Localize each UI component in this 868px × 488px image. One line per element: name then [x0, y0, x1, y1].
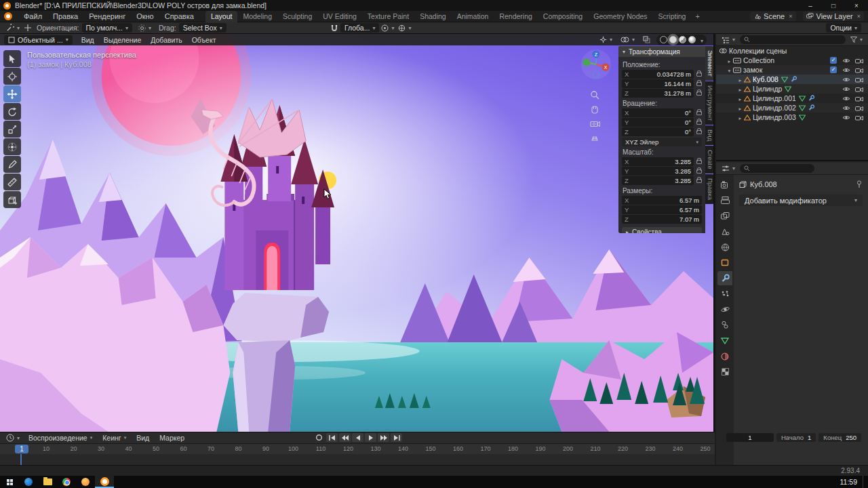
sidebar-tab[interactable]: Вид [705, 125, 714, 145]
lock-icon[interactable] [696, 179, 702, 183]
pan-view-hand-icon[interactable] [587, 102, 602, 116]
current-frame-indicator[interactable]: 1 [15, 445, 28, 453]
filter-dropdown[interactable] [848, 36, 865, 43]
outliner-row[interactable]: Куб.008 [716, 75, 868, 84]
properties-editor-type-dropdown[interactable] [719, 164, 737, 173]
drag-mode-dropdown[interactable]: Select Box [179, 23, 226, 33]
output-properties-tab[interactable] [717, 193, 732, 207]
workspace-tab[interactable]: Layout [205, 11, 238, 22]
transform-pivot-dropdown[interactable] [396, 24, 413, 33]
collection-checkbox[interactable] [830, 66, 837, 73]
lock-icon[interactable] [696, 169, 702, 174]
workspace-tab[interactable]: Shading [414, 11, 452, 22]
hide-eye-icon[interactable] [842, 77, 850, 83]
workspace-tab[interactable]: Sculpting [277, 11, 317, 22]
workspace-tab[interactable]: Compositing [538, 11, 588, 22]
scene-properties-tab[interactable] [717, 224, 732, 239]
jump-to-start-button[interactable] [326, 433, 338, 442]
view-layer-properties-tab[interactable] [717, 209, 732, 223]
scene-selector[interactable]: Scene × [750, 12, 795, 21]
current-frame-field[interactable]: 1 [726, 433, 774, 442]
workspace-tab[interactable]: Animation [452, 11, 494, 22]
timeline-ruler[interactable]: 1020304050607080901001101201301401501601… [0, 443, 715, 454]
blender-taskbar-icon[interactable] [95, 476, 114, 488]
outliner-row[interactable]: Цилиндр.003 [716, 113, 868, 122]
cursor-tool[interactable] [3, 68, 21, 85]
object-data-properties-tab[interactable] [717, 333, 732, 348]
disclosure-icon[interactable] [736, 85, 744, 93]
frame-end-field[interactable]: Конец250 [818, 433, 861, 442]
taskbar-app-icon-1[interactable] [19, 476, 38, 488]
menu-item[interactable]: Правка [48, 12, 83, 21]
orientation-dropdown[interactable]: По умолч... [82, 23, 132, 33]
navigation-gizmo[interactable]: Z X [580, 49, 612, 80]
taskbar-app-icon-2[interactable] [76, 476, 95, 488]
disable-render-camera-icon[interactable] [855, 77, 863, 83]
camera-view-icon[interactable] [587, 117, 602, 130]
properties-search-input[interactable] [740, 164, 814, 173]
sidebar-tab[interactable]: Элемент [705, 46, 714, 81]
shading-dropdown[interactable] [698, 36, 703, 44]
modifier-properties-tab[interactable] [717, 271, 732, 285]
location-field[interactable]: Z31.278 m [622, 89, 694, 98]
previous-keyframe-button[interactable] [339, 433, 351, 442]
select-box-tool[interactable] [3, 50, 21, 67]
view-layer-selector[interactable]: View Layer × [803, 12, 864, 21]
particle-properties-tab[interactable] [717, 287, 732, 301]
frame-start-field[interactable]: Начало1 [776, 433, 816, 442]
rotation-field[interactable]: Y0° [622, 118, 694, 127]
timeline-menu[interactable]: Кеинг [98, 433, 130, 443]
play-reverse-button[interactable] [352, 433, 363, 442]
transform-tool[interactable] [3, 138, 21, 155]
outliner-row[interactable]: Цилиндр.001 [716, 94, 868, 103]
scale-field[interactable]: Z3.285 [622, 176, 694, 185]
hide-eye-icon[interactable] [842, 58, 850, 64]
location-field[interactable]: Y16.144 m [622, 79, 694, 88]
options-dropdown[interactable]: Опции [826, 23, 861, 33]
constraint-properties-tab[interactable] [717, 318, 732, 332]
hide-eye-icon[interactable] [842, 86, 850, 92]
lock-icon[interactable] [696, 73, 702, 77]
disclosure-icon[interactable] [736, 104, 744, 112]
dimension-field[interactable]: X6.57 m [622, 196, 702, 205]
taskbar-clock[interactable]: 11:59 [840, 478, 858, 486]
workspace-tab[interactable]: Modeling [237, 11, 277, 22]
disclosure-icon[interactable] [736, 94, 744, 102]
viewport-3d-scene[interactable] [0, 34, 713, 432]
proportional-editing-dropdown[interactable] [379, 24, 396, 33]
disable-render-camera-icon[interactable] [855, 96, 863, 102]
snap-mode-dropdown[interactable]: Глоба... [340, 23, 380, 33]
play-button[interactable] [365, 433, 376, 442]
lock-icon[interactable] [696, 82, 702, 86]
menu-item[interactable]: Рендеринг [84, 12, 130, 21]
scale-field[interactable]: X3.285 [622, 157, 694, 166]
timeline-menu[interactable]: Вид [132, 433, 153, 443]
mode-dropdown[interactable]: Объектный ... [4, 35, 73, 45]
lock-icon[interactable] [696, 111, 702, 115]
outliner-root-row[interactable]: Коллекции сцены [716, 46, 868, 56]
sidebar-tab[interactable]: Create [705, 146, 714, 174]
show-gizmo-dropdown[interactable] [597, 35, 614, 44]
pivot-point-dropdown[interactable] [136, 24, 153, 33]
wireframe-shading-button[interactable] [660, 36, 667, 43]
lock-icon[interactable] [696, 121, 702, 125]
disclosure-icon[interactable] [736, 113, 744, 121]
rendered-shading-button[interactable] [688, 36, 696, 43]
add-modifier-dropdown[interactable]: Добавить модификатор [739, 195, 863, 206]
timeline-menu[interactable]: Маркер [155, 433, 189, 443]
disable-render-camera-icon[interactable] [855, 86, 863, 92]
orthographic-toggle-icon[interactable] [587, 131, 602, 144]
material-properties-tab[interactable] [717, 349, 732, 363]
lock-icon[interactable] [696, 92, 702, 96]
hide-eye-icon[interactable] [842, 105, 850, 111]
annotate-tool[interactable] [3, 156, 21, 173]
scale-tool[interactable] [3, 121, 21, 138]
menu-item[interactable]: Справка [160, 12, 199, 21]
pin-icon[interactable] [856, 180, 863, 188]
viewport-menu-item[interactable]: Добавить [146, 35, 186, 45]
workspace-tab[interactable]: Scripting [653, 11, 692, 22]
object-properties-tab[interactable] [717, 256, 732, 270]
lock-icon[interactable] [696, 160, 702, 164]
disable-render-camera-icon[interactable] [855, 58, 863, 64]
rotate-tool[interactable] [3, 103, 21, 120]
